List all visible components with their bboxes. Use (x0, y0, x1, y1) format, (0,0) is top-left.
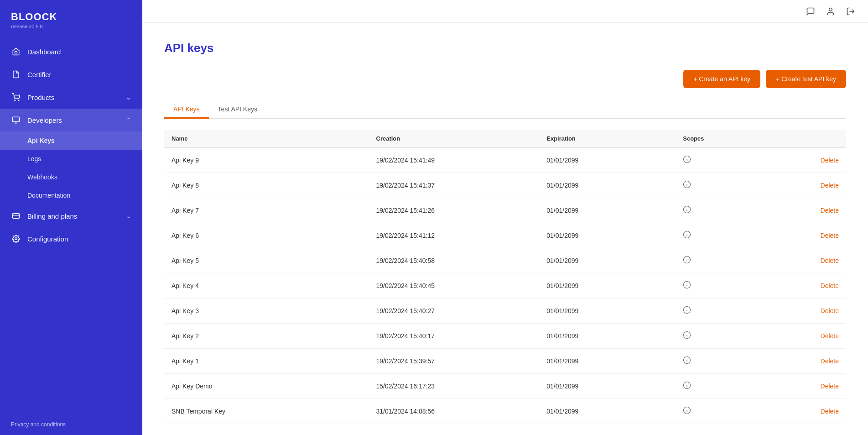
cell-creation: 19/02/2024 15:40:17 (369, 324, 540, 349)
table-row: Api Key 1 19/02/2024 15:39:57 01/01/2099… (164, 349, 846, 374)
cell-action: Delete (778, 399, 847, 424)
sidebar-label-certifier: Certifier (27, 71, 131, 79)
certifier-icon (11, 69, 21, 79)
svg-rect-2 (13, 117, 20, 122)
cell-name: Api Key 1 (164, 349, 369, 374)
cell-scopes (676, 173, 778, 198)
col-header-creation: Creation (369, 130, 540, 148)
cell-scopes (676, 198, 778, 223)
scopes-info-icon[interactable] (683, 358, 691, 366)
cell-action: Delete (778, 198, 847, 223)
cell-expiration: 01/01/2099 (539, 173, 676, 198)
cell-creation: 19/02/2024 15:39:57 (369, 349, 540, 374)
delete-button[interactable]: Delete (821, 383, 839, 390)
cell-name: Api Key 7 (164, 198, 369, 223)
scopes-info-icon[interactable] (683, 333, 691, 341)
sidebar-item-dashboard[interactable]: Dashboard (0, 40, 142, 63)
cell-action: Delete (778, 173, 847, 198)
scopes-info-icon[interactable] (683, 383, 691, 391)
app-version: release-v0.8.8 (11, 24, 131, 29)
cell-expiration: 01/01/2099 (539, 299, 676, 324)
cell-creation: 19/02/2024 15:41:26 (369, 198, 540, 223)
cell-scopes (676, 248, 778, 273)
create-api-key-button[interactable]: + Create an API key (683, 70, 760, 88)
table-row: SNB Temporal Key 31/01/2024 14:08:56 01/… (164, 399, 846, 424)
scopes-info-icon[interactable] (683, 207, 691, 215)
delete-button[interactable]: Delete (821, 207, 839, 214)
chevron-down-billing-icon: ⌄ (126, 212, 131, 220)
delete-button[interactable]: Delete (821, 307, 839, 314)
page-title: API keys (164, 41, 846, 55)
delete-button[interactable]: Delete (821, 257, 839, 264)
sidebar-item-developers[interactable]: Developers ⌃ (0, 109, 142, 131)
sidebar-label-logs: Logs (27, 155, 41, 162)
create-test-api-key-button[interactable]: + Create test API key (766, 70, 846, 88)
delete-button[interactable]: Delete (821, 157, 839, 164)
sidebar-nav: Dashboard Certifier Products ⌄ (0, 40, 142, 414)
page-content: API keys + Create an API key + Create te… (142, 23, 868, 435)
delete-button[interactable]: Delete (821, 282, 839, 289)
user-icon[interactable] (824, 5, 837, 18)
sidebar-label-documentation: Documentation (27, 192, 70, 199)
cell-action: Delete (778, 299, 847, 324)
cell-action: Delete (778, 148, 847, 173)
privacy-footer[interactable]: Privacy and conditions (0, 414, 142, 435)
sidebar-item-products[interactable]: Products ⌄ (0, 86, 142, 109)
cell-creation: 15/02/2024 16:17:23 (369, 374, 540, 399)
sidebar-item-certifier[interactable]: Certifier (0, 63, 142, 86)
cell-action: Delete (778, 223, 847, 248)
cell-scopes (676, 273, 778, 299)
cell-creation: 19/02/2024 15:40:27 (369, 299, 540, 324)
tab-api-keys[interactable]: API Keys (164, 101, 209, 119)
cell-name: SNB Temporal Key (164, 399, 369, 424)
topbar (142, 0, 868, 23)
sidebar-label-configuration: Configuration (27, 235, 131, 243)
api-keys-table: Name Creation Expiration Scopes Api Key … (164, 130, 846, 424)
cell-expiration: 01/01/2099 (539, 198, 676, 223)
table-row: Api Key 9 19/02/2024 15:41:49 01/01/2099… (164, 148, 846, 173)
scopes-info-icon[interactable] (683, 257, 691, 265)
cell-scopes (676, 148, 778, 173)
delete-button[interactable]: Delete (821, 182, 839, 189)
cell-expiration: 01/01/2099 (539, 248, 676, 273)
delete-button[interactable]: Delete (821, 232, 839, 239)
sidebar-item-logs[interactable]: Logs (0, 150, 142, 168)
sidebar-label-developers: Developers (27, 116, 126, 124)
cell-creation: 19/02/2024 15:40:58 (369, 248, 540, 273)
scopes-info-icon[interactable] (683, 157, 691, 165)
scopes-info-icon[interactable] (683, 182, 691, 190)
sidebar-label-dashboard: Dashboard (27, 48, 131, 56)
products-icon (11, 92, 21, 102)
delete-button[interactable]: Delete (821, 332, 839, 340)
cell-action: Delete (778, 248, 847, 273)
chevron-up-icon: ⌃ (126, 116, 131, 124)
main-container: API keys + Create an API key + Create te… (142, 0, 868, 435)
delete-button[interactable]: Delete (821, 408, 839, 415)
billing-icon (11, 211, 21, 221)
cell-name: Api Key 9 (164, 148, 369, 173)
sidebar-item-webhooks[interactable]: Webhooks (0, 168, 142, 186)
sidebar-item-billing[interactable]: Billing and plans ⌄ (0, 204, 142, 227)
cell-creation: 19/02/2024 15:41:37 (369, 173, 540, 198)
sidebar-item-api-keys[interactable]: Api Keys (0, 131, 142, 150)
logout-icon[interactable] (844, 5, 857, 18)
app-logo: BLOOCK (11, 11, 131, 23)
scopes-info-icon[interactable] (683, 308, 691, 315)
col-header-expiration: Expiration (539, 130, 676, 148)
tab-test-api-keys[interactable]: Test API Keys (209, 101, 266, 119)
cell-action: Delete (778, 324, 847, 349)
cell-action: Delete (778, 374, 847, 399)
cell-expiration: 01/01/2099 (539, 399, 676, 424)
table-row: Api Key Demo 15/02/2024 16:17:23 01/01/2… (164, 374, 846, 399)
svg-rect-5 (13, 214, 20, 219)
delete-button[interactable]: Delete (821, 357, 839, 365)
scopes-info-icon[interactable] (683, 232, 691, 240)
developers-icon (11, 115, 21, 125)
sidebar-item-documentation[interactable]: Documentation (0, 186, 142, 204)
sidebar-item-configuration[interactable]: Configuration (0, 227, 142, 250)
action-toolbar: + Create an API key + Create test API ke… (164, 70, 846, 88)
message-icon[interactable] (804, 5, 817, 18)
scopes-info-icon[interactable] (683, 283, 691, 290)
cell-action: Delete (778, 273, 847, 299)
scopes-info-icon[interactable] (683, 408, 691, 416)
